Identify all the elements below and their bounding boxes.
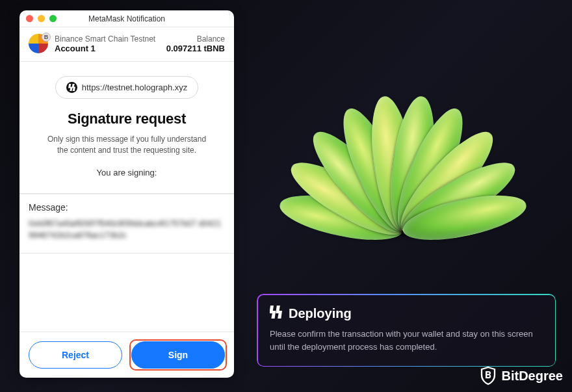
- signing-label: You are signing:: [29, 168, 225, 177]
- signature-section: https://testnet.holograph.xyz Signature …: [20, 62, 234, 194]
- deploying-description: Please confirm the transaction with your…: [270, 328, 543, 354]
- maximize-icon[interactable]: [49, 15, 57, 22]
- reject-button[interactable]: Reject: [29, 341, 122, 369]
- deploy-artwork: [286, 55, 520, 250]
- balance-value: 0.097211 tBNB: [166, 44, 225, 53]
- bitdegree-name: BitDegree: [502, 369, 563, 384]
- deploying-panel: Deploying Please confirm the transaction…: [257, 294, 556, 367]
- account-name: Account 1: [55, 44, 166, 53]
- titlebar: MetaMask Notification: [20, 10, 234, 27]
- message-label: Message:: [29, 202, 225, 213]
- holograph-icon: [66, 82, 77, 93]
- account-info: Binance Smart Chain Testnet Account 1: [55, 34, 166, 53]
- account-avatar: B: [29, 34, 48, 53]
- traffic-lights: [26, 15, 57, 22]
- wallet-popup: MetaMask Notification B Binance Smart Ch…: [20, 10, 234, 378]
- bitdegree-shield-icon: [480, 366, 497, 385]
- balance-block: Balance 0.097211 tBNB: [166, 34, 225, 53]
- network-badge-icon: B: [42, 33, 51, 42]
- signature-warning: Only sign this message if you fully unde…: [29, 134, 225, 156]
- popup-spacer: [20, 254, 234, 332]
- balance-label: Balance: [166, 34, 225, 44]
- deploying-title-row: Deploying: [270, 306, 543, 321]
- sign-button[interactable]: Sign: [131, 341, 225, 369]
- signature-title: Signature request: [29, 111, 225, 127]
- message-box: Message: 0xb0f67a40af930f7f540c9f3fddcab…: [20, 194, 234, 254]
- origin-chip: https://testnet.holograph.xyz: [55, 76, 199, 99]
- minimize-icon[interactable]: [38, 15, 45, 22]
- holograph-icon: [270, 306, 283, 321]
- network-name: Binance Smart Chain Testnet: [55, 34, 166, 44]
- deploying-title: Deploying: [289, 306, 352, 321]
- close-icon[interactable]: [26, 15, 33, 22]
- message-content: 0xb0f67a40af930f7f540c9f3fddcabc4f1757b0…: [29, 218, 225, 241]
- account-header: B Binance Smart Chain Testnet Account 1 …: [20, 27, 234, 62]
- origin-url: https://testnet.holograph.xyz: [82, 83, 188, 92]
- bitdegree-watermark: BitDegree: [480, 366, 563, 385]
- popup-actions: Reject Sign: [20, 332, 234, 378]
